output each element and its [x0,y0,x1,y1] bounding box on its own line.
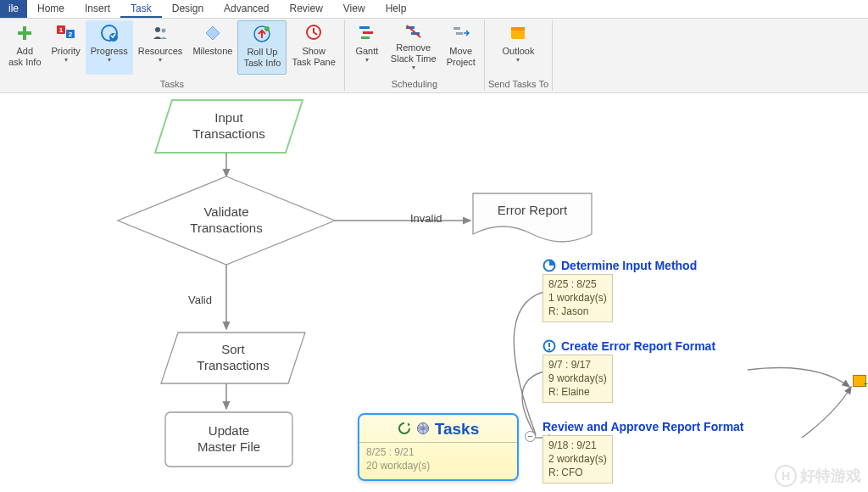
refresh-icon [398,422,411,438]
milestone-button[interactable]: Milestone [187,20,237,75]
tab-help[interactable]: Help [376,0,417,18]
plus-green-icon [14,23,35,43]
ribbon-group-label: Tasks [3,77,341,91]
side-task-meta: 8/25 : 8/25 1 workday(s) R: Jason [542,274,613,322]
resources-button[interactable]: Resources ▾ [133,20,188,75]
side-task-meta: 9/18 : 9/21 2 workday(s) R: CFO [542,435,613,484]
tab-view[interactable]: View [333,0,376,18]
svg-rect-21 [456,32,463,35]
tab-home[interactable]: Home [27,0,75,18]
ribbon-group-label: Scheduling [348,77,481,91]
svg-point-7 [109,33,118,42]
side-task-review-approve[interactable]: Review and Approve Report Format 9/18 : … [542,420,754,484]
node-input-transactions[interactable]: Input Transactions [155,100,303,153]
task-pane-icon [303,23,324,43]
ribbon-group-tasks: Addask Info 12 Priority ▾ Progress ▾ Res… [0,20,345,91]
gantt-icon [357,23,377,43]
svg-point-8 [155,27,160,32]
show-task-pane-button[interactable]: ShowTask Pane [287,20,340,75]
tab-insert[interactable]: Insert [75,0,120,18]
priority-icon: 12 [56,23,76,43]
tasks-summary-node[interactable]: Tasks 8/25 : 9/21 20 workday(s) [358,413,519,481]
add-task-info-button[interactable]: Addask Info [3,20,47,75]
rollup-icon [252,24,272,44]
flowchart-canvas[interactable]: Input Transactions Validate Transactions… [0,93,868,492]
node-update-master-file[interactable]: Update Master File [165,412,292,467]
svg-rect-14 [359,26,370,29]
svg-marker-10 [206,26,220,40]
ribbon: Addask Info 12 Priority ▾ Progress ▾ Res… [0,19,868,93]
roll-up-task-info-button[interactable]: Roll UpTask Info [237,20,287,75]
node-sort-transactions[interactable]: Sort Transactions [161,333,305,383]
chevron-down-icon: ▾ [365,56,369,64]
ribbon-group-label: Send Tasks To [488,77,548,91]
ribbon-label: ShowTask Pane [292,46,335,68]
side-task-create-error-report[interactable]: Create Error Report Format 9/7 : 9/17 9 … [542,339,754,403]
tab-file[interactable]: ile [0,0,27,18]
remove-slack-time-button[interactable]: RemoveSlack Time ▾ [386,20,442,75]
ribbon-label: Roll UpTask Info [243,47,281,69]
watermark: H好特游戏 [775,465,861,487]
progress-icon [99,23,120,43]
side-task-title: Create Error Report Format [561,339,715,353]
svg-rect-23 [511,27,525,31]
side-task-meta: 9/7 : 9/17 9 workday(s) R: Elaine [542,355,613,403]
svg-rect-1 [18,31,31,35]
side-task-title: Determine Input Method [561,259,697,272]
ribbon-label: Milestone [192,46,232,57]
svg-rect-16 [361,36,370,39]
collapse-toggle[interactable]: − [525,431,536,442]
tab-review[interactable]: Review [279,0,332,18]
tasks-title: Tasks [435,420,479,439]
progress-button[interactable]: Progress ▾ [86,20,133,75]
gantt-button[interactable]: Gantt ▾ [348,20,386,75]
label-invalid: Invalid [410,212,442,225]
ribbon-label: Addask Info [8,46,42,68]
chevron-down-icon: ▾ [108,56,111,64]
priority-button[interactable]: 12 Priority ▾ [47,20,86,75]
side-task-determine-input[interactable]: Determine Input Method 8/25 : 8/25 1 wor… [542,259,754,322]
chevron-down-icon: ▾ [516,56,520,64]
label-valid: Valid [188,294,212,306]
move-project-button[interactable]: MoveProject [442,20,481,75]
tab-advanced[interactable]: Advanced [214,0,279,18]
outlook-button[interactable]: Outlook ▾ [498,20,540,75]
side-task-title: Review and Approve Report Format [542,420,744,433]
chevron-down-icon: ▾ [412,64,415,72]
svg-text:1: 1 [58,26,63,34]
svg-rect-15 [363,31,373,34]
ribbon-label: RemoveSlack Time [391,42,437,64]
svg-point-37 [548,349,550,350]
node-validate-transactions[interactable]: Validate Transactions [118,176,335,265]
chevron-down-icon: ▾ [159,56,162,64]
alert-icon [542,339,556,353]
node-error-report[interactable]: Error Report [473,193,592,227]
tasks-meta: 8/25 : 9/21 20 workday(s) [359,442,517,476]
svg-point-12 [264,26,270,31]
slack-icon [403,23,424,40]
ribbon-label: MoveProject [447,46,476,68]
svg-rect-20 [453,27,460,30]
pie-icon [542,259,556,272]
svg-text:2: 2 [68,31,72,38]
svg-point-9 [162,29,166,33]
outlook-icon [508,23,528,43]
tab-design[interactable]: Design [162,0,214,18]
ribbon-group-scheduling: Gantt ▾ RemoveSlack Time ▾ MoveProject S… [345,20,485,91]
tab-task[interactable]: Task [120,0,162,18]
ribbon-group-send-tasks: Outlook ▾ Send Tasks To [485,20,553,91]
globe-icon [416,422,430,438]
tab-bar: ile Home Insert Task Design Advanced Rev… [0,0,868,19]
link-marker-icon[interactable] [853,375,866,387]
chevron-down-icon: ▾ [64,56,68,64]
milestone-icon [203,23,223,43]
resources-icon [150,23,170,43]
move-project-icon [451,23,471,43]
